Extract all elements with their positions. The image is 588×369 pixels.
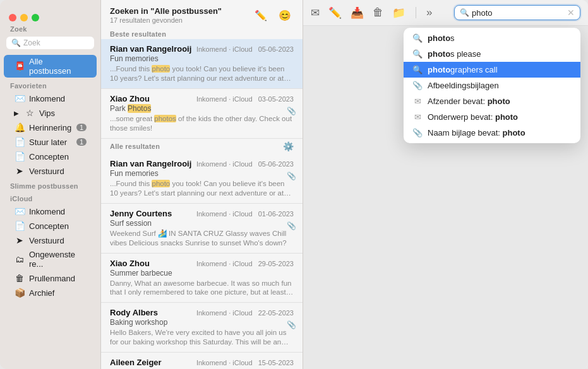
email-subject: Fun memories (110, 169, 294, 178)
trash-action-icon[interactable]: 🗑 (373, 6, 383, 19)
email-item[interactable]: Rody Albers Inkomend · iCloud 22-05-2023… (101, 303, 303, 353)
email-preview: ...Found this photo you took! Can you be… (110, 64, 294, 83)
search-clear-button[interactable]: ✕ (567, 8, 575, 18)
icloud-section-label: iCloud (0, 191, 100, 204)
sidebar-item-stuur-later[interactable]: 📄 Stuur later 1 (4, 135, 97, 149)
reply-icon[interactable]: ✉ (311, 6, 320, 20)
sidebar-item-prullenmand[interactable]: 🗑 Prullenmand (4, 271, 97, 285)
sidebar-item-label: Vips (39, 108, 55, 118)
paperclip-icon: 📎 (412, 81, 423, 90)
toolbar-icons: ✉ ✏️ 📥 🗑 📁 » (311, 6, 449, 20)
search-suggestion-icon: 🔍 (412, 49, 423, 59)
email-item[interactable]: Xiao Zhou Inkomend · iCloud 29-05-2023 S… (101, 254, 303, 303)
dropdown-item-photographers-call[interactable]: 🔍 photographers call (404, 62, 580, 78)
email-meta: Inkomend · iCloud 29-05-2023 (196, 260, 294, 267)
sidebar-item-concepten[interactable]: 📄 Concepten (4, 149, 97, 163)
email-meta: Inkomend · iCloud 05-06-2023 (196, 160, 294, 168)
search-suggestion-icon: 🔍 (412, 33, 423, 43)
dropdown-item-onderwerp[interactable]: ✉ Onderwerp bevat: photo (404, 109, 580, 125)
envelope-filter-icon: ✉ (412, 112, 423, 122)
sidebar-item-archief[interactable]: 📦 Archief (4, 286, 97, 300)
email-item[interactable]: Rian van Rangelrooij Inkomend · iCloud 0… (101, 154, 303, 204)
sidebar-item-vips[interactable]: ▶ ☆ Vips (4, 106, 97, 120)
search-box[interactable]: 🔍 photo ✕ (454, 5, 580, 20)
email-list: Beste resultaten Rian van Rangelrooij In… (101, 26, 303, 369)
sidebar-item-inkomend-fav[interactable]: ✉️ Inkomend (4, 91, 97, 105)
dropdown-item-photos[interactable]: 🔍 photos (404, 30, 580, 46)
archive-icon: 📦 (14, 288, 25, 298)
close-button[interactable] (9, 14, 16, 21)
minimize-button[interactable] (20, 14, 28, 21)
sidebar-item-inkomend-ic[interactable]: ✉️ Inkomend (4, 204, 97, 218)
dropdown-item-afzender[interactable]: ✉ Afzender bevat: photo (404, 93, 580, 109)
email-preview: Weekend Surf 🏄 IN SANTA CRUZ Glassy wave… (110, 229, 294, 248)
sidebar-item-ongewenste[interactable]: 🗂 Ongewenste re... (4, 248, 97, 271)
email-sender: Rody Albers (110, 308, 158, 317)
attachment-icon: 📎 (287, 107, 296, 115)
stuur-later-badge: 1 (76, 138, 87, 146)
sidebar-item-label: Alle postbussen (29, 57, 87, 76)
sidebar-item-verstuurd-ic[interactable]: ➤ Verstuurd (4, 233, 97, 247)
compose-icon[interactable]: ✏️ (328, 6, 342, 20)
search-suggestion-icon: 🔍 (412, 65, 423, 74)
email-subject: Surf session (110, 219, 294, 228)
email-sender: Jenny Courtens (110, 209, 172, 218)
move-icon[interactable]: 📁 (392, 6, 405, 20)
email-subject: Summer barbecue (110, 269, 294, 278)
dropdown-item-afbeeldingsbijlagen[interactable]: 📎 Afbeeldingsbijlagen (404, 78, 580, 93)
attachment-icon: 📎 (287, 172, 296, 180)
sidebar-item-label: Stuur later (29, 138, 67, 147)
more-icon[interactable]: » (426, 6, 432, 19)
email-meta: Inkomend · iCloud 01-06-2023 (196, 210, 294, 218)
dropdown-item-label: photos please (428, 49, 572, 59)
sidebar: Zoek 🔍 Zoek 📮 Alle postbussen Favorieten… (0, 0, 101, 369)
email-item[interactable]: Rian van Rangelrooij Inkomend · iCloud 0… (101, 39, 303, 89)
toolbar-separator (416, 7, 416, 18)
inbox-icon: ✉️ (14, 93, 25, 103)
sidebar-item-verstuurd[interactable]: ➤ Verstuurd (4, 164, 97, 178)
chevron-icon: ▶ (14, 110, 19, 117)
email-sender: Rian van Rangelrooij (110, 44, 191, 54)
email-meta: Inkomend · iCloud 15-05-2023 (196, 359, 294, 366)
email-sender: Aileen Zeiger (110, 358, 162, 367)
sidebar-search-box[interactable]: 🔍 Zoek (6, 37, 94, 49)
filter-button[interactable]: 😊 (276, 8, 294, 23)
paperclip-filter-icon: 📎 (412, 128, 423, 138)
all-results-filter-icon[interactable]: ⚙️ (283, 141, 294, 151)
window-controls (0, 8, 100, 21)
sidebar-item-alle-postbussen[interactable]: 📮 Alle postbussen (4, 55, 97, 78)
email-item[interactable]: Xiao Zhou Inkomend · iCloud 03-05-2023 P… (101, 89, 303, 139)
sidebar-item-label: Inkomend (29, 207, 65, 216)
email-preview: Danny, What an awesome barbecue. It was … (110, 279, 294, 298)
icloud-drafts-icon: 📄 (14, 221, 25, 231)
email-preview: ...Found this photo you took! Can you be… (110, 179, 294, 198)
sidebar-item-concepten-ic[interactable]: 📄 Concepten (4, 219, 97, 233)
main-panel: Zoeken in "Alle postbussen" 17 resultate… (101, 0, 303, 369)
dropdown-item-label: Afzender bevat: photo (428, 97, 572, 106)
search-section-label: Zoek (0, 21, 100, 34)
sidebar-item-label: Herinnering (29, 123, 71, 132)
email-item[interactable]: Aileen Zeiger Inkomend · iCloud 15-05-20… (101, 353, 303, 369)
email-meta: Inkomend · iCloud 03-05-2023 (196, 95, 294, 103)
smart-section-label: Slimme postbussen (0, 179, 100, 191)
sidebar-search: 🔍 Zoek (0, 34, 100, 54)
sidebar-item-label: Concepten (29, 152, 69, 161)
send-later-icon: 📄 (14, 137, 25, 147)
email-item[interactable]: Jenny Courtens Inkomend · iCloud 01-06-2… (101, 204, 303, 254)
trash-icon: 🗑 (14, 273, 25, 283)
email-subject: Fun memories (110, 54, 294, 63)
junk-icon: 🗂 (14, 254, 25, 264)
right-toolbar: ✉ ✏️ 📥 🗑 📁 » 🔍 photo ✕ 🔍 (303, 0, 588, 26)
archive-action-icon[interactable]: 📥 (351, 6, 364, 20)
star-icon: ☆ (24, 108, 35, 118)
dropdown-item-photos-please[interactable]: 🔍 photos please (404, 46, 580, 62)
icloud-inbox-icon: ✉️ (14, 206, 25, 216)
mailbox-icon: 📮 (14, 61, 25, 71)
sidebar-item-label: Inkomend (29, 94, 65, 103)
reminder-icon: 🔔 (14, 122, 25, 132)
drafts-icon: 📄 (14, 151, 25, 161)
sidebar-item-herinnering[interactable]: 🔔 Herinnering 1 (4, 120, 97, 134)
new-message-button[interactable]: ✏️ (252, 8, 270, 23)
dropdown-item-naam-bijlage[interactable]: 📎 Naam bijlage bevat: photo (404, 125, 580, 141)
maximize-button[interactable] (32, 14, 39, 21)
